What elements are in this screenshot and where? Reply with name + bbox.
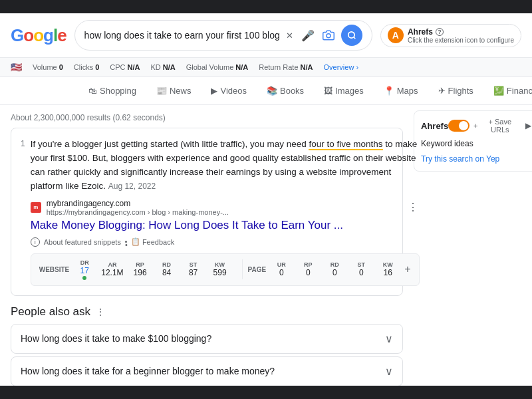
flights-icon: ✈: [438, 86, 446, 96]
paa-menu-icon[interactable]: ⋮: [96, 307, 105, 317]
cpc-metric: CPC N/A: [110, 63, 140, 71]
overview-link[interactable]: Overview ›: [323, 63, 358, 71]
metric-rd1: RD 84: [157, 261, 177, 277]
metric-st2: ST 0: [351, 261, 371, 277]
metric-kw2: KW 16: [378, 261, 398, 277]
shopping-icon: 🛍: [88, 86, 97, 96]
top-bar: [0, 0, 532, 13]
seo-bar: 🇺🇸 Volume 0 Clicks 0 CPC N/A KD N/A Glob…: [0, 58, 532, 77]
nav-tabs: 🛍 Shopping 📰 News ▶ Videos 📚 Books 🖼 Ima…: [0, 77, 532, 105]
tab-books[interactable]: 📚 Books: [258, 81, 313, 100]
svg-line-2: [354, 37, 356, 39]
tab-finance[interactable]: 💹 Finance: [485, 81, 532, 100]
favicon: m: [31, 202, 41, 213]
paa-title: People also ask: [11, 305, 90, 319]
info-icon: i: [31, 237, 40, 247]
ahrefs-logo: Ahrefs: [421, 121, 448, 131]
highlight-text: four to five months: [309, 139, 382, 150]
source-domain: mybrandingagency.com: [47, 199, 401, 208]
logo-g: G: [11, 25, 23, 45]
save-urls-button[interactable]: + + Save URLs: [473, 118, 520, 134]
local-search-subtitle: Click the extension icon to configure: [408, 37, 514, 44]
camera-icon[interactable]: [321, 28, 336, 43]
about-featured: i About featured snippets • 📋 Feedback: [31, 235, 420, 249]
metric-dr: DR 17: [74, 259, 94, 280]
svg-point-0: [327, 34, 331, 38]
local-search-title: Ahrefs ?: [408, 27, 514, 37]
source-row: m mybrandingagency.com https://mybrandin…: [31, 199, 420, 216]
tab-maps[interactable]: 📍 Maps: [375, 81, 427, 100]
main-content: Google ✕ 🎤: [0, 13, 532, 386]
tab-flights[interactable]: ✈ Flights: [430, 81, 482, 100]
ahrefs-panel: Ahrefs + + Save URLs ▶ Keyword ideas Try…: [414, 110, 532, 172]
metrics-separator: [242, 259, 243, 279]
videos-icon: ▶: [211, 86, 217, 96]
metric-rp2: RP 0: [298, 261, 318, 277]
volume-metric: Volume 0: [33, 63, 63, 71]
ahrefs-toggle[interactable]: [448, 120, 469, 132]
tab-shopping[interactable]: 🛍 Shopping: [80, 81, 145, 100]
tab-videos[interactable]: ▶ Videos: [202, 81, 255, 100]
result-number: 1: [21, 139, 25, 148]
metric-rd2: RD 0: [325, 261, 344, 277]
ahrefs-header: Ahrefs + + Save URLs ▶: [421, 118, 532, 134]
logo-e: e: [57, 25, 66, 45]
country-flag: 🇺🇸: [11, 62, 22, 72]
chevron-down-icon-0: ∨: [385, 332, 393, 345]
snippet-text: If you're a blogger just getting started…: [31, 138, 420, 194]
header: Google ✕ 🎤: [0, 13, 532, 58]
paa-item-1[interactable]: How long does it take for a beginner blo…: [11, 356, 403, 386]
clicks-metric: Clicks 0: [74, 63, 99, 71]
local-search-badge[interactable]: A Ahrefs ? Click the extension icon to c…: [380, 24, 521, 47]
search-button[interactable]: [341, 25, 362, 46]
maps-icon: 📍: [384, 86, 394, 96]
featured-snippet: 1 If you're a blogger just getting start…: [11, 128, 403, 296]
global-volume-metric: Global Volume N/A: [186, 63, 249, 71]
clear-button[interactable]: ✕: [285, 29, 295, 42]
feedback-button[interactable]: 📋 Feedback: [131, 237, 174, 246]
dr-dot: [82, 276, 86, 280]
metric-rp1: RP 196: [130, 261, 150, 277]
paa-section: People also ask ⋮ How long does it take …: [11, 305, 403, 386]
kd-metric: KD N/A: [150, 63, 175, 71]
chevron-down-icon-1: ∨: [385, 365, 393, 378]
tab-images[interactable]: 🖼 Images: [315, 81, 372, 100]
books-icon: 📚: [267, 86, 277, 96]
metric-ur: UR 0: [271, 261, 291, 277]
ahrefs-expand-button[interactable]: ▶: [524, 120, 532, 132]
bottom-bar: [0, 386, 532, 399]
metrics-table: WEBSITE DR 17 AR 12.1M: [39, 259, 411, 280]
source-url: https://mybrandingagency.com › blog › ma…: [47, 208, 401, 216]
return-rate-metric: Return Rate N/A: [259, 63, 313, 71]
search-icons: ✕ 🎤: [285, 25, 362, 46]
paa-header: People also ask ⋮: [11, 305, 403, 319]
local-search-text: Ahrefs ? Click the extension icon to con…: [408, 27, 514, 44]
mic-icon[interactable]: 🎤: [300, 28, 316, 43]
images-icon: 🖼: [324, 86, 332, 96]
paa-item-0[interactable]: How long does it take to make $100 blogg…: [11, 324, 403, 354]
right-panel: Ahrefs + + Save URLs ▶ Keyword ideas Try…: [414, 110, 532, 386]
svg-point-1: [348, 32, 354, 38]
search-bar[interactable]: ✕ 🎤: [74, 20, 372, 51]
search-input[interactable]: [84, 30, 279, 41]
metrics-expand-button[interactable]: +: [404, 263, 410, 275]
plus-icon: +: [473, 122, 477, 130]
help-icon: ?: [436, 28, 444, 36]
logo-g2: g: [43, 25, 53, 45]
tab-news[interactable]: 📰 News: [148, 81, 200, 100]
local-search-icon: A: [388, 27, 404, 43]
logo-o2: o: [33, 25, 43, 45]
feedback-icon: 📋: [131, 237, 140, 246]
snippet-date: Aug 12, 2022: [108, 182, 156, 191]
yep-search-link[interactable]: Try this search on Yep: [421, 154, 499, 164]
result-title[interactable]: Make Money Blogging: How Long Does It Ta…: [31, 219, 420, 232]
news-icon: 📰: [156, 86, 167, 96]
google-logo: Google: [11, 25, 66, 46]
page-label: PAGE: [248, 266, 267, 273]
finance-icon: 💹: [493, 86, 504, 96]
source-info: mybrandingagency.com https://mybrandinga…: [47, 199, 401, 216]
metric-ar: AR 12.1M: [101, 261, 123, 277]
results-area: About 2,300,000,000 results (0.62 second…: [0, 105, 532, 386]
result-count: About 2,300,000,000 results (0.62 second…: [11, 110, 403, 128]
website-label: WEBSITE: [39, 266, 70, 273]
